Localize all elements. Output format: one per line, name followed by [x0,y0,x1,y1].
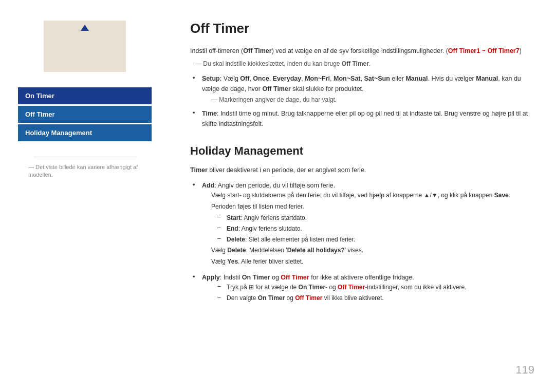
dash-symbol-start: – [217,213,225,220]
sidebar-item-holiday-management[interactable]: Holiday Management [18,124,152,141]
bullet-dot-add: • [193,181,199,189]
dash-symbol-end: – [217,224,225,231]
dash-end-text: End: Angiv feriens slutdato. [227,224,302,233]
off-timer-section: Off Timer Indstil off-timeren (Off Timer… [190,21,529,129]
off-timer-bullet-setup: • Setup: Vælg Off, Once, Everyday, Mon~F… [190,73,529,104]
sidebar-nav: On Timer Off Timer Holiday Management [18,87,152,141]
add-sub-text1-content: Vælg start- og slutdatoerne på den ferie… [211,191,510,200]
holiday-intro: Timer bliver deaktiveret i en periode, d… [190,165,529,175]
holiday-management-section: Holiday Management Timer bliver deaktive… [190,144,529,304]
dash-delete: – Delete: Slet alle elementer på listen … [217,235,510,244]
off-timer-title: Off Timer [190,21,529,36]
holiday-bullet-apply: • Apply: Indstil On Timer og Off Timer f… [190,272,529,304]
dash-end: – End: Angiv feriens slutdato. [217,224,510,233]
add-sub-text2-content: Perioden føjes til listen med ferier. [211,202,304,211]
add-text: Add: Angiv den periode, du vil tilføje s… [202,182,335,189]
apply-dash2: – Den valgte On Timer og Off Timer vil i… [217,293,467,303]
sidebar-item-on-timer[interactable]: On Timer [18,87,152,104]
time-text: Time: Indstil time og minut. Brug talkna… [202,108,529,129]
delete-note2: Vælg Yes. Alle ferier bliver slettet. [211,257,510,266]
setup-sub-note: Markeringen angiver de dage, du har valg… [211,95,529,104]
page-number: 119 [515,363,534,377]
off-timer-intro: Indstil off-timeren (Off Timer) ved at v… [190,46,529,56]
sidebar-item-off-timer[interactable]: Off Timer [18,106,152,123]
dash-symbol-delete: – [217,235,225,242]
product-image [44,21,126,72]
add-sub-text1: Vælg start- og slutdatoerne på den ferie… [211,191,510,200]
delete-note1-content: Vælg Delete. Meddelelsen 'Delete all hol… [211,246,363,255]
bullet-dot-time: • [193,109,199,117]
apply-dash1-text: Tryk på ⊞ for at vælge de On Timer- og O… [227,283,467,292]
dash-symbol-apply1: – [217,283,225,290]
bullet-dot-setup: • [193,74,199,82]
setup-text: Setup: Vælg Off, Once, Everyday, Mon~Fri… [202,75,521,92]
dash-start-text: Start: Angiv feriens startdato. [227,213,307,222]
dash-delete-text: Delete: Slet alle elementer på listen me… [227,235,355,244]
bullet-dot-apply: • [193,273,199,281]
sidebar-note: ― Det viste billede kan variere afhængig… [28,163,141,179]
sidebar-divider [33,157,136,157]
image-icon [81,25,89,31]
off-timer-bullet-time: • Time: Indstil time og minut. Brug talk… [190,108,529,129]
holiday-management-title: Holiday Management [190,144,529,158]
sidebar: On Timer Off Timer Holiday Management ― … [0,0,170,392]
add-sub-text2: Perioden føjes til listen med ferier. [211,202,510,211]
holiday-bullet-add: • Add: Angiv den periode, du vil tilføje… [190,180,529,268]
apply-dash1: – Tryk på ⊞ for at vælge de On Timer- og… [217,283,467,292]
off-timer-prerequisite: Du skal indstille klokkeslættet, inden d… [195,59,529,68]
dash-start: – Start: Angiv feriens startdato. [217,213,510,222]
delete-note2-content: Vælg Yes. Alle ferier bliver slettet. [211,257,303,266]
apply-dash2-text: Den valgte On Timer og Off Timer vil ikk… [227,293,384,303]
delete-note1: Vælg Delete. Meddelelsen 'Delete all hol… [211,246,510,255]
main-content: Off Timer Indstil off-timeren (Off Timer… [170,0,555,392]
apply-text: Apply: Indstil On Timer og Off Timer for… [202,274,414,281]
dash-symbol-apply2: – [217,293,225,301]
